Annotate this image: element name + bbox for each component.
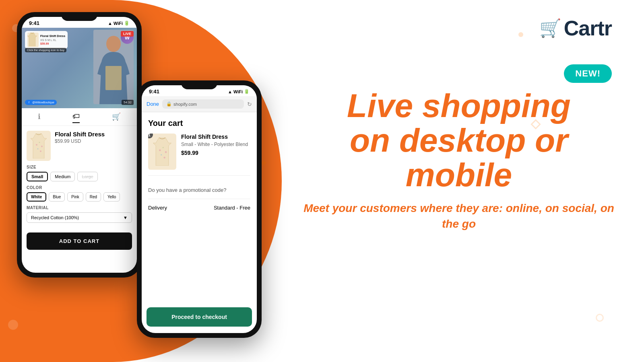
- svg-point-7: [40, 150, 41, 152]
- color-white[interactable]: White: [27, 192, 46, 202]
- video-timestamp: 54:32: [122, 100, 134, 105]
- product-info: Floral Shift Dress $59.99 USD: [55, 131, 132, 144]
- svg-point-6: [37, 148, 39, 149]
- front-phone-time: 9:41: [149, 88, 159, 95]
- front-phone-status-icons: ▲ WiFi 🔋: [228, 89, 250, 94]
- cart-item-price: $59.99: [181, 150, 250, 156]
- logo-area: 🛒 Cartr: [539, 16, 612, 40]
- product-listing: Floral Shift Dress $59.99 USD SIZE Small…: [22, 126, 137, 228]
- nav-tag-icon[interactable]: 🏷: [72, 112, 80, 123]
- size-options: Small Medium Large: [27, 172, 132, 181]
- color-red[interactable]: Red: [86, 192, 101, 202]
- deco-circle-outline: [596, 314, 604, 322]
- product-dress-svg: [31, 134, 47, 158]
- back-phone-time: 9:41: [29, 20, 39, 26]
- popup-product-image: [27, 33, 39, 47]
- promo-code-row[interactable]: Do you have a promotional code?: [148, 181, 250, 199]
- back-phone: 9:41 ▲ WiFi 🔋: [17, 12, 142, 278]
- url-bar[interactable]: 🔒 shopify.com: [162, 99, 244, 109]
- cart-item-variant: Small - White - Polyester Blend: [181, 142, 250, 147]
- material-select[interactable]: Recycled Cotton (100%) ▼: [27, 212, 132, 223]
- headline-area: Live shopping on desktop or mobile Meet …: [294, 88, 624, 232]
- color-options: White Blue Pink Red Yello: [27, 192, 132, 202]
- svg-point-1: [106, 36, 121, 52]
- svg-point-5: [41, 146, 43, 147]
- svg-point-12: [163, 156, 165, 158]
- new-badge: NEW!: [564, 64, 612, 83]
- nav-cart-icon[interactable]: 🛒: [112, 112, 121, 123]
- cart-item-info: Floral Shift Dress Small - White - Polye…: [181, 134, 250, 156]
- product-popup[interactable]: Floral Shift Dress XS S M L XL $59.99: [25, 31, 68, 49]
- svg-point-9: [163, 147, 164, 148]
- color-label: COLOR: [27, 185, 132, 190]
- live-video-area: Floral Shift Dress XS S M L XL $59.99 Cl…: [22, 28, 137, 108]
- product-thumbnail: [27, 131, 51, 161]
- material-section: MATERIAL Recycled Cotton (100%) ▼: [27, 206, 132, 223]
- add-to-cart-button[interactable]: ADD TO CART: [27, 232, 132, 250]
- cart-dress-svg: [152, 138, 172, 166]
- front-phone: 9:41 ▲ WiFi 🔋 Done 🔒 shopify.com ↻ Your …: [137, 80, 262, 338]
- color-pink[interactable]: Pink: [67, 192, 83, 202]
- delivery-label: Delivery: [148, 205, 167, 211]
- nav-info-icon[interactable]: ℹ: [38, 112, 41, 123]
- back-phone-frame: 9:41 ▲ WiFi 🔋: [17, 12, 142, 278]
- product-name: Floral Shift Dress: [55, 131, 132, 138]
- front-phone-screen: 9:41 ▲ WiFi 🔋 Done 🔒 shopify.com ↻ Your …: [142, 85, 257, 333]
- size-small[interactable]: Small: [27, 172, 48, 181]
- delivery-value: Standard - Free: [214, 205, 250, 211]
- svg-point-10: [165, 151, 167, 153]
- front-phone-frame: 9:41 ▲ WiFi 🔋 Done 🔒 shopify.com ↻ Your …: [137, 80, 262, 338]
- back-phone-screen: 9:41 ▲ WiFi 🔋: [22, 17, 137, 273]
- back-phone-notch: [61, 12, 97, 21]
- checkout-button[interactable]: Proceed to checkout: [147, 307, 252, 327]
- logo-text: Cartr: [564, 16, 612, 40]
- app-nav: ℹ 🏷 🛒: [22, 108, 137, 126]
- color-section: COLOR White Blue Pink Red Yello: [27, 185, 132, 202]
- svg-point-3: [36, 144, 37, 146]
- browser-bar: Done 🔒 shopify.com ↻: [142, 96, 257, 112]
- back-phone-status-icons: ▲ WiFi 🔋: [108, 21, 130, 26]
- delivery-row: Delivery Standard - Free: [148, 199, 250, 216]
- color-yellow[interactable]: Yello: [103, 192, 120, 202]
- size-section: SIZE Small Medium Large: [27, 165, 132, 181]
- svg-point-11: [161, 154, 162, 155]
- material-label: MATERIAL: [27, 206, 132, 210]
- deco-circle-3: [518, 32, 523, 37]
- headline-sub: Meet your customers where they are: onli…: [294, 200, 624, 232]
- svg-point-4: [39, 142, 40, 143]
- cart-content: Your cart 1: [142, 112, 257, 320]
- live-badge: LIVE: [121, 31, 134, 37]
- cart-item-name: Floral Shift Dress: [181, 134, 250, 140]
- size-label: SIZE: [27, 165, 132, 169]
- cart-title: Your cart: [148, 119, 250, 128]
- color-blue[interactable]: Blue: [49, 192, 65, 202]
- front-phone-notch: [181, 80, 217, 89]
- headline-main: Live shopping on desktop or mobile: [294, 88, 624, 192]
- refresh-icon[interactable]: ↻: [247, 101, 252, 107]
- svg-rect-2: [105, 66, 122, 90]
- deco-circle-2: [8, 320, 18, 330]
- product-price: $59.99 USD: [55, 138, 132, 144]
- click-hint: Click the shopping icon to buy: [25, 48, 66, 52]
- cart-item-image: 1: [148, 134, 176, 170]
- size-medium[interactable]: Medium: [50, 172, 75, 181]
- popup-dress-svg: [27, 33, 37, 46]
- fb-bar: f @WillowBoutique: [25, 100, 57, 105]
- logo-cart-icon: 🛒: [539, 19, 561, 37]
- product-row: Floral Shift Dress $59.99 USD: [27, 131, 132, 161]
- size-large: Large: [77, 172, 97, 181]
- cart-item: 1 Floral Shift Dress: [148, 134, 250, 176]
- popup-info: Floral Shift Dress XS S M L XL $59.99: [40, 34, 65, 45]
- browser-done-button[interactable]: Done: [147, 101, 159, 107]
- svg-point-8: [159, 149, 161, 151]
